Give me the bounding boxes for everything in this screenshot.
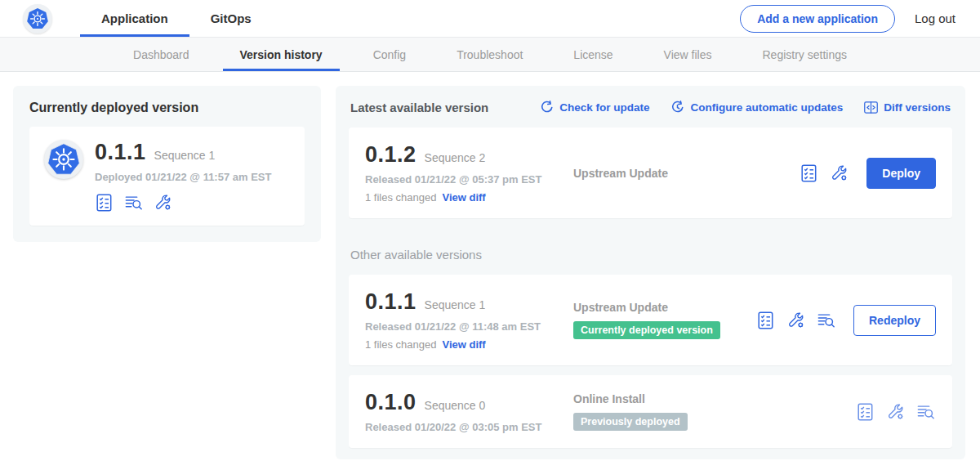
previously-deployed-badge: Previously deployed	[573, 413, 688, 431]
view-logs-icon[interactable]	[817, 311, 836, 330]
view-logs-icon[interactable]	[124, 193, 144, 213]
currently-deployed-title: Currently deployed version	[29, 101, 305, 115]
tab-gitops-label: GitOps	[211, 11, 252, 25]
version-sequence: Sequence 2	[425, 151, 486, 164]
version-sequence: Sequence 0	[425, 399, 486, 412]
preflight-checks-icon[interactable]	[800, 163, 819, 183]
deployed-version-card: 0.1.1 Sequence 1 Deployed 01/21/22 @ 11:…	[29, 127, 305, 226]
released-timestamp: Released 01/21/22 @ 11:48 am EST	[365, 320, 573, 333]
version-source: Upstream Update	[573, 167, 800, 180]
preflight-checks-icon[interactable]	[95, 193, 114, 213]
preflight-checks-icon[interactable]	[856, 402, 875, 422]
subnav-tab-registry-settings[interactable]: Registry settings	[737, 38, 872, 71]
check-for-update-link[interactable]: Check for update	[540, 101, 649, 114]
other-available-title: Other available versions	[350, 248, 951, 262]
edit-config-icon[interactable]	[830, 163, 849, 183]
edit-config-icon[interactable]	[886, 402, 906, 422]
diff-versions-link[interactable]: Diff versions	[864, 101, 951, 114]
view-diff-link[interactable]: View diff	[442, 191, 485, 204]
logout-button[interactable]: Log out	[915, 11, 956, 25]
currently-deployed-badge: Currently deployed version	[573, 321, 720, 339]
diff-versions-label: Diff versions	[884, 101, 951, 114]
diff-icon	[864, 101, 878, 114]
currently-deployed-panel: Currently deployed version 0.1	[13, 86, 321, 242]
app-tabs: Application GitOps	[80, 0, 273, 37]
subnav-dashboard-label: Dashboard	[133, 48, 189, 61]
subnav-tab-config[interactable]: Config	[348, 38, 431, 71]
version-card-0-1-2: 0.1.2 Sequence 2 Released 01/21/22 @ 05:…	[349, 128, 952, 218]
view-diff-link[interactable]: View diff	[442, 338, 485, 351]
preflight-checks-icon[interactable]	[756, 311, 776, 330]
check-for-update-label: Check for update	[559, 101, 649, 114]
app-subnav: Dashboard Version history Config Trouble…	[0, 38, 980, 72]
version-number: 0.1.0	[365, 390, 416, 415]
subnav-version-history-label: Version history	[240, 48, 323, 61]
auto-update-icon	[670, 101, 684, 114]
subnav-view-files-label: View files	[664, 48, 712, 61]
version-card-0-1-0: 0.1.0 Sequence 0 Released 01/20/22 @ 03:…	[349, 375, 952, 448]
subnav-config-label: Config	[373, 48, 406, 61]
deployed-sequence: Sequence 1	[154, 149, 216, 162]
deployed-version-number: 0.1.1	[95, 140, 146, 165]
subnav-tab-version-history[interactable]: Version history	[215, 38, 348, 71]
app-logo-icon	[44, 140, 83, 179]
edit-config-icon[interactable]	[786, 311, 806, 330]
files-changed: 1 files changed	[365, 338, 436, 351]
subnav-tab-view-files[interactable]: View files	[639, 38, 737, 71]
released-timestamp: Released 01/21/22 @ 05:37 pm EST	[365, 173, 573, 186]
redeploy-button[interactable]: Redeploy	[853, 305, 936, 336]
top-header: Application GitOps Add a new application…	[0, 0, 980, 38]
subnav-troubleshoot-label: Troubleshoot	[457, 48, 523, 61]
deploy-button[interactable]: Deploy	[866, 158, 936, 189]
version-card-0-1-1: 0.1.1 Sequence 1 Released 01/21/22 @ 11:…	[349, 275, 952, 365]
files-changed: 1 files changed	[365, 191, 436, 204]
view-logs-icon[interactable]	[916, 402, 936, 422]
header-right: Add a new application Log out	[740, 5, 956, 33]
version-source: Upstream Update	[573, 301, 756, 314]
add-application-button[interactable]: Add a new application	[740, 5, 895, 33]
latest-available-title: Latest available version	[350, 101, 488, 114]
configure-automatic-updates-label: Configure automatic updates	[690, 101, 843, 114]
released-timestamp: Released 01/20/22 @ 03:05 pm EST	[365, 421, 573, 433]
version-number: 0.1.1	[365, 289, 416, 315]
kubernetes-wheel-icon	[26, 7, 49, 30]
subnav-tab-troubleshoot[interactable]: Troubleshoot	[431, 38, 548, 71]
kubernetes-logo-icon[interactable]	[23, 4, 52, 34]
main-content: Currently deployed version 0.1	[0, 72, 980, 459]
version-source: Online Install	[573, 392, 856, 405]
refresh-icon	[540, 101, 554, 114]
edit-config-icon[interactable]	[154, 193, 173, 213]
configure-automatic-updates-link[interactable]: Configure automatic updates	[670, 101, 843, 114]
deployed-timestamp: Deployed 01/21/22 @ 11:57 am EST	[95, 171, 271, 183]
subnav-tab-dashboard[interactable]: Dashboard	[108, 38, 215, 71]
tab-application[interactable]: Application	[80, 0, 189, 37]
tab-gitops[interactable]: GitOps	[189, 0, 273, 37]
tab-application-label: Application	[101, 11, 168, 25]
subnav-registry-settings-label: Registry settings	[763, 48, 847, 61]
subnav-tab-license[interactable]: License	[548, 38, 638, 71]
version-number: 0.1.2	[365, 142, 416, 168]
version-sequence: Sequence 1	[425, 298, 486, 311]
subnav-license-label: License	[573, 48, 612, 61]
available-versions-panel: Latest available version Check for updat…	[336, 86, 965, 459]
version-actions: Check for update Configure automatic upd…	[540, 101, 951, 114]
